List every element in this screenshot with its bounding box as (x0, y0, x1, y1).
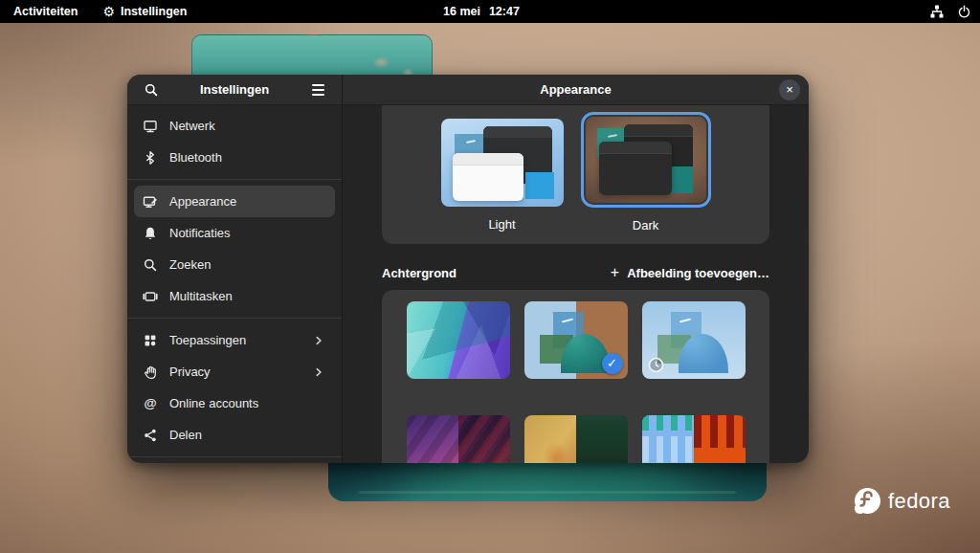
appearance-icon (143, 194, 158, 210)
preview-front-window (453, 153, 523, 201)
light-style-preview[interactable] (441, 119, 564, 207)
clock-time: 12:47 (489, 5, 520, 18)
bell-icon (143, 226, 158, 241)
fedora-logo: fedora (855, 488, 950, 514)
sidebar-item-toepassingen[interactable]: Toepassingen (134, 324, 335, 356)
style-option-light[interactable]: Light (441, 119, 564, 232)
sidebar-item-online-accounts[interactable]: @ Online accounts (134, 387, 335, 419)
wallpaper-thumbnail-landscape-split[interactable]: ✓ (524, 301, 628, 379)
system-status-area[interactable] (929, 4, 971, 19)
sidebar-item-notificaties[interactable]: Notificaties (134, 217, 335, 249)
fedora-wordmark: fedora (888, 489, 950, 514)
sidebar-divider (127, 179, 342, 180)
panel-headerbar: Appearance × (343, 75, 809, 105)
selected-check-icon: ✓ (602, 353, 623, 374)
gear-icon: ⚙ (102, 5, 115, 18)
wallpaper-thumbnail-teal-purple-triangles[interactable] (407, 301, 510, 379)
sidebar-item-label: Appearance (169, 194, 326, 209)
fedora-mark-icon (855, 488, 880, 514)
add-image-button[interactable]: + Afbeelding toevoegen… (611, 265, 769, 280)
share-icon (143, 428, 158, 443)
apps-grid-icon (143, 333, 158, 348)
at-icon: @ (143, 396, 158, 410)
wallpaper-grid-card: ✓ (382, 290, 769, 463)
dark-style-label: Dark (633, 218, 658, 232)
selected-style-border (581, 112, 711, 208)
primary-menu-button[interactable] (307, 79, 328, 100)
activities-button[interactable]: Activiteiten (13, 5, 78, 18)
plus-icon: + (611, 265, 619, 280)
settings-sidebar: Instellingen (127, 75, 343, 463)
chevron-right-icon (311, 334, 326, 347)
search-button[interactable] (141, 79, 162, 100)
sidebar-headerbar: Instellingen (127, 75, 342, 105)
chevron-right-icon (311, 365, 326, 379)
power-icon (957, 5, 971, 19)
bluetooth-icon (143, 150, 158, 166)
preview-front-window (599, 142, 672, 195)
sidebar-item-label: Netwerk (169, 119, 326, 133)
slideshow-clock-icon (648, 357, 664, 373)
sidebar-item-bluetooth[interactable]: Bluetooth (134, 142, 335, 173)
style-option-dark[interactable]: Dark (581, 119, 711, 232)
sidebar-item-multitasken[interactable]: Multitasken (134, 280, 335, 312)
hamburger-icon (312, 84, 324, 86)
multitasking-icon (143, 289, 158, 304)
sidebar-item-privacy[interactable]: Privacy (134, 356, 335, 387)
clock-button[interactable]: 16 mei 12:47 (443, 5, 520, 18)
add-image-label: Afbeelding toevoegen… (627, 266, 769, 280)
clock-date: 16 mei (443, 5, 480, 18)
search-icon (144, 82, 159, 98)
preview-accent-window (525, 172, 554, 199)
network-icon (143, 119, 158, 134)
background-section-title: Achtergrond (382, 266, 457, 280)
light-style-label: Light (488, 217, 515, 232)
wallpaper-thumbnail-purple-red-waves[interactable] (407, 415, 510, 463)
sidebar-item-label: Online accounts (169, 396, 326, 410)
dark-style-preview[interactable] (586, 117, 706, 203)
sidebar-item-delen[interactable]: Delen (134, 419, 335, 451)
close-button[interactable]: × (779, 79, 800, 100)
search-icon (143, 257, 158, 273)
sidebar-item-label: Notificaties (169, 226, 326, 240)
sidebar-divider (127, 318, 342, 319)
sidebar-item-label: Privacy (169, 365, 300, 379)
sidebar-item-netwerk[interactable]: Netwerk (134, 110, 335, 142)
top-bar: Activiteiten ⚙ Instellingen 16 mei 12:47 (0, 0, 980, 23)
sidebar-divider (127, 456, 342, 457)
background-section-header: Achtergrond + Afbeelding toevoegen… (382, 265, 769, 280)
appearance-panel: Appearance × Light (343, 75, 809, 463)
sidebar-item-label: Zoeken (169, 257, 326, 272)
wallpaper-thumbnail-landscape-light[interactable] (642, 301, 746, 379)
sidebar-item-appearance[interactable]: Appearance (134, 186, 335, 217)
app-menu-label: Instellingen (121, 5, 187, 18)
sidebar-item-label: Multitasken (169, 289, 326, 303)
panel-title: Appearance (540, 82, 611, 97)
settings-window: Instellingen (127, 75, 809, 463)
wallpaper-thumbnail-blue-orange-drips[interactable] (642, 415, 746, 463)
sidebar-item-zoeken[interactable]: Zoeken (134, 249, 335, 280)
hand-icon (143, 365, 158, 380)
sidebar-item-label: Delen (169, 428, 326, 442)
network-wired-icon (929, 4, 945, 19)
wallpaper-thumbnail-amber-green-paint[interactable] (524, 415, 628, 463)
style-selector-card: Light Dark (382, 105, 769, 244)
sidebar-item-label: Bluetooth (169, 150, 326, 165)
sidebar-item-label: Toepassingen (169, 333, 300, 347)
sidebar-list: Netwerk Bluetooth Appear (127, 105, 342, 463)
panel-scroll-area[interactable]: Light Dark (343, 105, 809, 463)
app-menu-button[interactable]: ⚙ Instellingen (102, 5, 187, 18)
desktop: Activiteiten ⚙ Instellingen 16 mei 12:47 (0, 0, 980, 553)
